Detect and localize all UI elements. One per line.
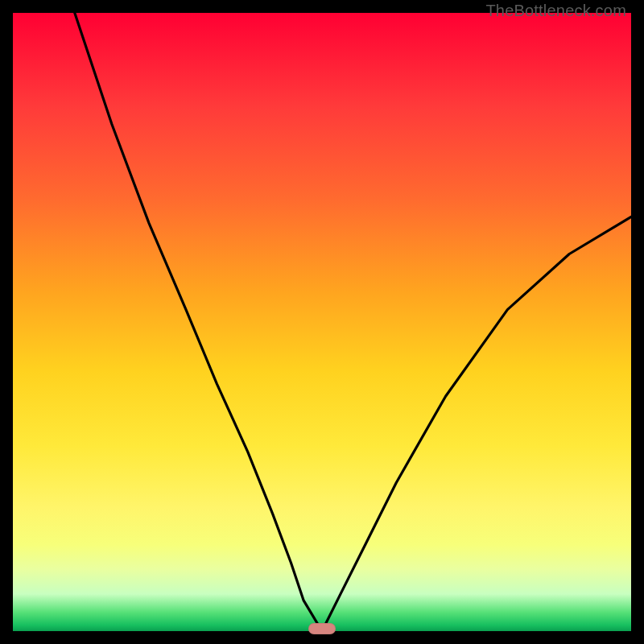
chart-stage: TheBottleneck.com <box>0 0 644 644</box>
plot-area <box>13 13 631 631</box>
curve-minimum-marker <box>308 623 336 634</box>
bottleneck-curve <box>13 13 631 631</box>
watermark-text: TheBottleneck.com <box>485 2 626 20</box>
